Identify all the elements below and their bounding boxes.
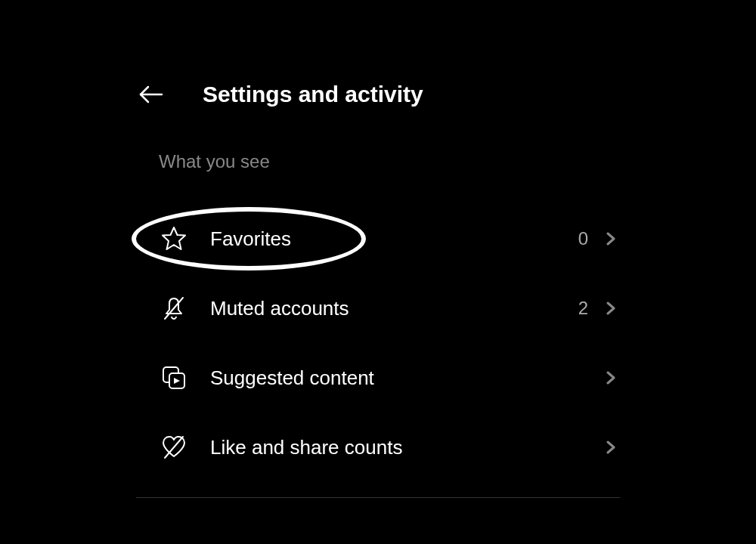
chevron-right-icon bbox=[602, 230, 620, 248]
header: Settings and activity bbox=[136, 79, 620, 110]
media-stack-icon bbox=[159, 363, 189, 393]
section-label: What you see bbox=[136, 151, 620, 172]
divider bbox=[136, 497, 620, 498]
arrow-left-icon bbox=[136, 79, 166, 110]
menu-item-favorites[interactable]: Favorites 0 bbox=[136, 204, 620, 274]
svg-marker-1 bbox=[163, 227, 185, 249]
menu-item-value: 0 bbox=[578, 228, 588, 249]
heart-slash-icon bbox=[159, 432, 189, 462]
chevron-right-icon bbox=[602, 299, 620, 317]
menu-item-value: 2 bbox=[578, 298, 588, 319]
star-icon bbox=[159, 224, 189, 254]
menu-item-label: Muted accounts bbox=[210, 297, 578, 320]
back-button[interactable] bbox=[136, 79, 166, 110]
chevron-right-icon bbox=[602, 369, 620, 387]
menu-item-label: Like and share counts bbox=[210, 436, 602, 459]
menu-item-suggested-content[interactable]: Suggested content bbox=[136, 343, 620, 413]
menu-item-label: Suggested content bbox=[210, 366, 602, 390]
svg-line-2 bbox=[165, 298, 183, 319]
chevron-right-icon bbox=[602, 438, 620, 456]
bell-slash-icon bbox=[159, 293, 189, 323]
menu-item-like-share-counts[interactable]: Like and share counts bbox=[136, 413, 620, 482]
page-title: Settings and activity bbox=[203, 82, 423, 107]
menu-item-label: Favorites bbox=[210, 227, 578, 251]
menu-item-muted-accounts[interactable]: Muted accounts 2 bbox=[136, 274, 620, 343]
